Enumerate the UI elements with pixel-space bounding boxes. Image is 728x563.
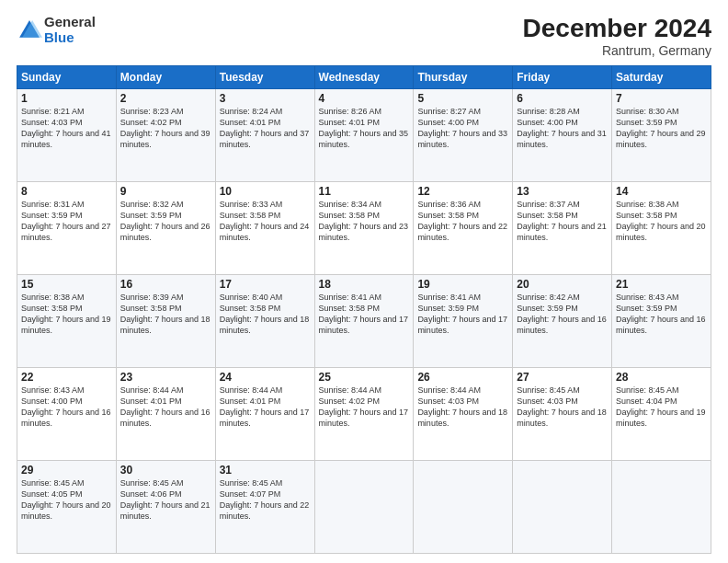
day-number: 29 — [21, 464, 112, 477]
day-number: 30 — [120, 464, 211, 477]
cell-info: Sunrise: 8:26 AM Sunset: 4:01 PM Dayligh… — [319, 106, 410, 151]
cell-info: Sunrise: 8:36 AM Sunset: 3:58 PM Dayligh… — [417, 199, 508, 244]
day-number: 7 — [616, 92, 707, 105]
day-number: 12 — [417, 185, 508, 198]
cell-info: Sunrise: 8:21 AM Sunset: 4:03 PM Dayligh… — [21, 106, 112, 151]
cell-info: Sunrise: 8:24 AM Sunset: 4:01 PM Dayligh… — [220, 106, 311, 151]
col-sunday: Sunday — [17, 65, 117, 88]
table-row: 29 Sunrise: 8:45 AM Sunset: 4:05 PM Dayl… — [17, 460, 711, 553]
col-friday: Friday — [513, 65, 612, 88]
day-number: 1 — [21, 92, 112, 105]
cell-info: Sunrise: 8:28 AM Sunset: 4:00 PM Dayligh… — [517, 106, 608, 151]
calendar-cell: 21 Sunrise: 8:43 AM Sunset: 3:59 PM Dayl… — [612, 274, 711, 367]
calendar-cell — [513, 460, 612, 553]
col-monday: Monday — [116, 65, 215, 88]
calendar-cell: 15 Sunrise: 8:38 AM Sunset: 3:58 PM Dayl… — [17, 274, 117, 367]
day-number: 27 — [517, 371, 608, 384]
day-number: 31 — [220, 464, 311, 477]
calendar-cell: 27 Sunrise: 8:45 AM Sunset: 4:03 PM Dayl… — [513, 367, 612, 460]
cell-info: Sunrise: 8:45 AM Sunset: 4:06 PM Dayligh… — [120, 477, 211, 523]
table-row: 8 Sunrise: 8:31 AM Sunset: 3:59 PM Dayli… — [17, 181, 711, 274]
table-row: 22 Sunrise: 8:43 AM Sunset: 4:00 PM Dayl… — [17, 367, 711, 460]
cell-info: Sunrise: 8:23 AM Sunset: 4:02 PM Dayligh… — [120, 106, 211, 151]
col-thursday: Thursday — [414, 65, 513, 88]
cell-info: Sunrise: 8:44 AM Sunset: 4:01 PM Dayligh… — [220, 385, 311, 430]
calendar-cell: 11 Sunrise: 8:34 AM Sunset: 3:58 PM Dayl… — [314, 181, 414, 274]
day-number: 19 — [417, 278, 508, 291]
calendar-cell: 3 Sunrise: 8:24 AM Sunset: 4:01 PM Dayli… — [215, 88, 314, 181]
calendar-cell: 26 Sunrise: 8:44 AM Sunset: 4:03 PM Dayl… — [414, 367, 513, 460]
day-number: 23 — [120, 371, 211, 384]
calendar-cell: 17 Sunrise: 8:40 AM Sunset: 3:58 PM Dayl… — [215, 274, 314, 367]
cell-info: Sunrise: 8:43 AM Sunset: 4:00 PM Dayligh… — [21, 385, 112, 430]
logo-general: General — [44, 14, 96, 29]
day-number: 26 — [417, 371, 508, 384]
cell-info: Sunrise: 8:42 AM Sunset: 3:59 PM Dayligh… — [517, 292, 608, 337]
day-number: 9 — [120, 185, 211, 198]
calendar-cell: 18 Sunrise: 8:41 AM Sunset: 3:58 PM Dayl… — [314, 274, 414, 367]
calendar-cell: 23 Sunrise: 8:44 AM Sunset: 4:01 PM Dayl… — [116, 367, 215, 460]
calendar-cell: 8 Sunrise: 8:31 AM Sunset: 3:59 PM Dayli… — [17, 181, 117, 274]
cell-info: Sunrise: 8:45 AM Sunset: 4:05 PM Dayligh… — [21, 477, 112, 523]
header: General Blue December 2024 Rantrum, Germ… — [17, 15, 711, 58]
cell-info: Sunrise: 8:34 AM Sunset: 3:58 PM Dayligh… — [319, 199, 410, 244]
logo: General Blue — [17, 15, 96, 45]
calendar-cell: 29 Sunrise: 8:45 AM Sunset: 4:05 PM Dayl… — [17, 460, 117, 553]
day-number: 13 — [517, 185, 608, 198]
col-tuesday: Tuesday — [215, 65, 314, 88]
calendar-cell: 16 Sunrise: 8:39 AM Sunset: 3:58 PM Dayl… — [116, 274, 215, 367]
day-number: 5 — [417, 92, 508, 105]
calendar-cell: 12 Sunrise: 8:36 AM Sunset: 3:58 PM Dayl… — [414, 181, 513, 274]
day-number: 24 — [220, 371, 311, 384]
cell-info: Sunrise: 8:40 AM Sunset: 3:58 PM Dayligh… — [220, 292, 311, 337]
calendar-cell: 13 Sunrise: 8:37 AM Sunset: 3:58 PM Dayl… — [513, 181, 612, 274]
calendar-table: Sunday Monday Tuesday Wednesday Thursday… — [17, 65, 711, 554]
calendar-cell: 5 Sunrise: 8:27 AM Sunset: 4:00 PM Dayli… — [414, 88, 513, 181]
header-row: Sunday Monday Tuesday Wednesday Thursday… — [17, 65, 711, 88]
logo-icon — [17, 17, 42, 43]
logo-text: General Blue — [44, 15, 96, 45]
day-number: 28 — [616, 371, 707, 384]
calendar-cell: 2 Sunrise: 8:23 AM Sunset: 4:02 PM Dayli… — [116, 88, 215, 181]
day-number: 21 — [616, 278, 707, 291]
cell-info: Sunrise: 8:38 AM Sunset: 3:58 PM Dayligh… — [21, 292, 112, 337]
day-number: 4 — [319, 92, 410, 105]
cell-info: Sunrise: 8:37 AM Sunset: 3:58 PM Dayligh… — [517, 199, 608, 244]
cell-info: Sunrise: 8:45 AM Sunset: 4:04 PM Dayligh… — [616, 385, 707, 430]
calendar-cell: 30 Sunrise: 8:45 AM Sunset: 4:06 PM Dayl… — [116, 460, 215, 553]
day-number: 14 — [616, 185, 707, 198]
day-number: 8 — [21, 185, 112, 198]
table-row: 15 Sunrise: 8:38 AM Sunset: 3:58 PM Dayl… — [17, 274, 711, 367]
logo-blue: Blue — [44, 29, 74, 45]
cell-info: Sunrise: 8:44 AM Sunset: 4:01 PM Dayligh… — [120, 385, 211, 430]
calendar-cell: 20 Sunrise: 8:42 AM Sunset: 3:59 PM Dayl… — [513, 274, 612, 367]
day-number: 11 — [319, 185, 410, 198]
day-number: 16 — [120, 278, 211, 291]
day-number: 22 — [21, 371, 112, 384]
calendar-cell: 14 Sunrise: 8:38 AM Sunset: 3:58 PM Dayl… — [612, 181, 711, 274]
day-number: 3 — [220, 92, 311, 105]
cell-info: Sunrise: 8:43 AM Sunset: 3:59 PM Dayligh… — [616, 292, 707, 337]
calendar-cell: 19 Sunrise: 8:41 AM Sunset: 3:59 PM Dayl… — [414, 274, 513, 367]
cell-info: Sunrise: 8:27 AM Sunset: 4:00 PM Dayligh… — [417, 106, 508, 151]
calendar-cell: 28 Sunrise: 8:45 AM Sunset: 4:04 PM Dayl… — [612, 367, 711, 460]
calendar-cell: 10 Sunrise: 8:33 AM Sunset: 3:58 PM Dayl… — [215, 181, 314, 274]
cell-info: Sunrise: 8:45 AM Sunset: 4:07 PM Dayligh… — [220, 477, 311, 523]
cell-info: Sunrise: 8:30 AM Sunset: 3:59 PM Dayligh… — [616, 106, 707, 151]
day-number: 25 — [319, 371, 410, 384]
calendar-cell: 4 Sunrise: 8:26 AM Sunset: 4:01 PM Dayli… — [314, 88, 414, 181]
calendar-cell — [612, 460, 711, 553]
col-wednesday: Wednesday — [314, 65, 414, 88]
page-subtitle: Rantrum, Germany — [523, 43, 711, 58]
cell-info: Sunrise: 8:33 AM Sunset: 3:58 PM Dayligh… — [220, 199, 311, 244]
calendar-cell: 22 Sunrise: 8:43 AM Sunset: 4:00 PM Dayl… — [17, 367, 117, 460]
calendar-cell: 1 Sunrise: 8:21 AM Sunset: 4:03 PM Dayli… — [17, 88, 117, 181]
cell-info: Sunrise: 8:38 AM Sunset: 3:58 PM Dayligh… — [616, 199, 707, 244]
cell-info: Sunrise: 8:41 AM Sunset: 3:59 PM Dayligh… — [417, 292, 508, 337]
day-number: 6 — [517, 92, 608, 105]
day-number: 20 — [517, 278, 608, 291]
calendar-cell: 6 Sunrise: 8:28 AM Sunset: 4:00 PM Dayli… — [513, 88, 612, 181]
table-row: 1 Sunrise: 8:21 AM Sunset: 4:03 PM Dayli… — [17, 88, 711, 181]
cell-info: Sunrise: 8:41 AM Sunset: 3:58 PM Dayligh… — [319, 292, 410, 337]
cell-info: Sunrise: 8:45 AM Sunset: 4:03 PM Dayligh… — [517, 385, 608, 430]
